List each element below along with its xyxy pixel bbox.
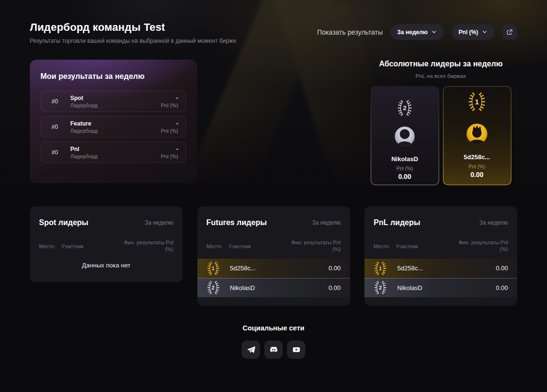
- spot-leaders-card: Spot лидеры За неделю Место Участник Фин…: [30, 206, 182, 282]
- board-sub: Лидерборд: [70, 153, 161, 159]
- card-title: Spot лидеры: [39, 218, 88, 227]
- my-results-row-spot: #0 Spot Лидерборд - Pnl (%): [40, 90, 186, 112]
- socials-title: Социальные сети: [30, 324, 517, 332]
- leader-cards-row: Spot лидеры За неделю Место Участник Фин…: [30, 206, 517, 306]
- metric-dropdown-value: Pnl (%): [458, 29, 478, 36]
- podium-card-first: 1 5d258c... Pnl (%): [443, 86, 511, 185]
- card-period-label: За неделю: [479, 219, 508, 226]
- col-place: Место: [39, 243, 61, 249]
- row-participant: NikolasD: [396, 284, 450, 291]
- board-label: Pnl Лидерборд: [70, 146, 161, 159]
- result-value-block: - Pnl (%): [161, 95, 178, 108]
- row-place: 1: [379, 266, 382, 271]
- row-participant: 5d258c...: [229, 265, 283, 272]
- row-participant: 5d258c...: [396, 265, 450, 272]
- table-row: 2 NikolasD 0.00: [197, 278, 350, 297]
- row-place: 1: [212, 266, 215, 271]
- toolbar-controls: Показать результаты За неделю Pnl (%): [317, 24, 517, 40]
- discord-button[interactable]: [264, 341, 283, 359]
- card-title: PnL лидеры: [374, 218, 420, 227]
- laurel-place-icon: 1: [374, 262, 387, 275]
- rank-value: #0: [52, 98, 70, 105]
- podium-metric-label: Pnl (%): [396, 165, 413, 171]
- podium-place: 1: [475, 98, 479, 106]
- discord-icon: [269, 345, 278, 354]
- card-period-label: За неделю: [144, 219, 173, 226]
- telegram-button[interactable]: [242, 341, 260, 359]
- laurel-place-icon: 2: [397, 100, 413, 116]
- board-name: Spot: [70, 95, 161, 101]
- my-results-row-pnl: #0 Pnl Лидерборд - Pnl (%): [40, 141, 186, 163]
- result-metric: Pnl (%): [161, 128, 178, 134]
- page-subtitle: Результаты торговли вашей команды на выб…: [30, 38, 236, 44]
- show-results-label: Показать результаты: [317, 28, 383, 36]
- avatar: [466, 123, 488, 145]
- board-sub: Лидерборд: [70, 102, 161, 108]
- podium-metric-value: 0.00: [470, 171, 483, 178]
- rank-value: #0: [52, 149, 70, 156]
- social-buttons: [30, 341, 517, 359]
- my-results-title: Мои результаты за неделю: [40, 72, 186, 81]
- board-name: Pnl: [70, 146, 161, 152]
- youtube-button[interactable]: [287, 341, 305, 359]
- external-link-icon: [506, 28, 513, 36]
- top-section: Мои результаты за неделю #0 Spot Лидербо…: [30, 60, 517, 185]
- export-button[interactable]: [502, 25, 517, 39]
- chevron-down-icon: [482, 29, 488, 35]
- laurel-place-icon: 1: [468, 92, 486, 111]
- podium-metric-value: 0.00: [398, 173, 411, 180]
- row-result: 0.00: [450, 284, 508, 291]
- my-results-row-feature: #0 Feature Лидерборд - Pnl (%): [40, 116, 186, 138]
- board-sub: Лидерборд: [70, 128, 161, 134]
- table-header: Место Участник Фин. результаты Pnl (%): [30, 240, 182, 253]
- laurel-place-icon: 2: [207, 281, 220, 294]
- card-header: Futures лидеры За неделю: [197, 206, 350, 227]
- result-value: -: [161, 95, 178, 101]
- pnl-leaders-card: PnL лидеры За неделю Место Участник Фин.…: [365, 206, 517, 306]
- title-block: Лидерборд команды Test Результаты торгов…: [30, 21, 236, 44]
- col-participant: Участник: [396, 243, 450, 249]
- result-value: -: [161, 120, 178, 127]
- col-participant: Участник: [61, 243, 116, 249]
- result-value-block: - Pnl (%): [161, 146, 178, 159]
- podium-user-name: NikolasD: [391, 155, 418, 163]
- row-result: 0.00: [283, 265, 341, 272]
- table-row: 1 5d258c... 0.00: [365, 259, 517, 278]
- metric-dropdown[interactable]: Pnl (%): [452, 24, 495, 40]
- card-period-label: За неделю: [312, 219, 341, 226]
- podium-user-name: 5d258c...: [464, 153, 490, 161]
- row-place: 2: [379, 285, 382, 291]
- table-row: 1 5d258c... 0.00: [197, 259, 350, 278]
- topbar: Лидерборд команды Test Результаты торгов…: [30, 21, 517, 44]
- table-row: 2 NikolasD 0.00: [365, 278, 517, 297]
- card-header: Spot лидеры За неделю: [30, 206, 182, 227]
- col-participant: Участник: [229, 243, 283, 249]
- board-label: Spot Лидерборд: [70, 95, 161, 108]
- board-label: Feature Лидерборд: [70, 120, 161, 134]
- laurel-place-icon: 1: [207, 262, 220, 275]
- podium-place: 2: [403, 104, 406, 112]
- table-body: 1 5d258c... 0.00 2 NikolasD 0.00: [365, 259, 517, 297]
- board-name: Feature: [70, 120, 161, 127]
- result-value: -: [161, 146, 178, 152]
- absolute-leaders-title: Абсолютные лидеры за неделю: [365, 60, 517, 68]
- col-result: Фин. результаты Pnl (%): [283, 240, 341, 253]
- row-participant: NikolasD: [229, 284, 283, 291]
- avatar: [394, 126, 416, 147]
- col-result: Фин. результаты Pnl (%): [450, 240, 508, 253]
- result-metric: Pnl (%): [161, 102, 178, 108]
- empty-state-text: Данных пока нет: [30, 262, 182, 274]
- podium: 2 NikolasD Pnl (%) 0.00: [365, 86, 517, 185]
- col-place: Место: [374, 243, 396, 249]
- row-result: 0.00: [283, 284, 341, 291]
- podium-metric-label: Pnl (%): [469, 164, 485, 169]
- period-dropdown-value: За неделю: [397, 29, 428, 36]
- row-result: 0.00: [450, 265, 508, 272]
- period-dropdown[interactable]: За неделю: [391, 24, 444, 40]
- my-results-card: Мои результаты за неделю #0 Spot Лидербо…: [30, 60, 197, 183]
- result-metric: Pnl (%): [161, 153, 178, 159]
- col-result: Фин. результаты Pnl (%): [116, 240, 173, 253]
- card-header: PnL лидеры За неделю: [365, 206, 517, 227]
- absolute-leaders-block: Абсолютные лидеры за неделю PnL на всех …: [365, 60, 517, 185]
- telegram-icon: [247, 345, 256, 354]
